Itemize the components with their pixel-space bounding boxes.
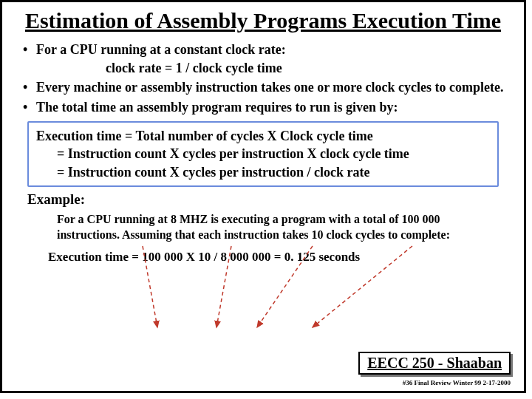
bullet-list-2: Every machine or assembly instruction ta…	[23, 79, 509, 115]
footer-meta: #36 Final Review Winter 99 2-17-2000	[403, 379, 511, 386]
bullet-3: The total time an assembly program requi…	[23, 99, 509, 116]
formula-line-2: = Instruction count X cycles per instruc…	[36, 145, 490, 163]
example-label: Example:	[27, 191, 509, 208]
formula-line-1: Execution time = Total number of cycles …	[36, 127, 490, 145]
slide-title: Estimation of Assembly Programs Executio…	[17, 8, 509, 34]
bullet-2: Every machine or assembly instruction ta…	[23, 79, 509, 96]
bullet-list: For a CPU running at a constant clock ra…	[23, 41, 509, 58]
footer-course-box: EECC 250 - Shaaban	[358, 352, 511, 375]
formula-box: Execution time = Total number of cycles …	[27, 121, 499, 187]
example-body: For a CPU running at 8 MHZ is executing …	[57, 212, 494, 243]
bullet-1-sub: clock rate = 1 / clock cycle time	[106, 61, 509, 76]
slide-frame: Estimation of Assembly Programs Executio…	[0, 0, 526, 393]
formula-line-3: = Instruction count X cycles per instruc…	[36, 163, 490, 181]
example-calc: Execution time = 100 000 X 10 / 8 000 00…	[48, 250, 509, 265]
bullet-1: For a CPU running at a constant clock ra…	[23, 41, 509, 58]
